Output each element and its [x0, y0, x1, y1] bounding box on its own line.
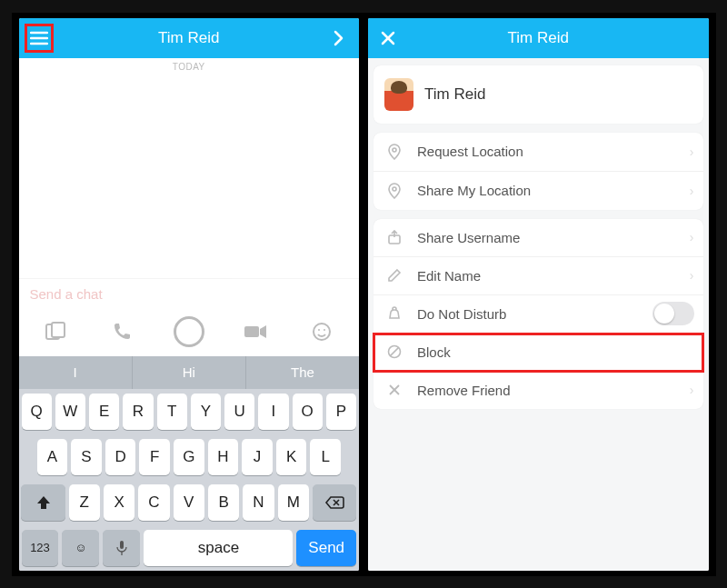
key-j[interactable]: J	[242, 439, 273, 475]
key-s[interactable]: S	[71, 439, 102, 475]
key-e[interactable]: E	[89, 394, 119, 430]
dnd-toggle[interactable]	[652, 302, 694, 325]
shutter-button[interactable]	[171, 316, 207, 347]
key-space[interactable]: space	[144, 530, 293, 566]
chevron-right-icon[interactable]	[326, 25, 352, 51]
profile-body: Tim Reid Request Location › Share My Loc…	[368, 58, 709, 571]
key-mic[interactable]	[103, 530, 140, 566]
chat-empty-space	[19, 75, 360, 278]
chat-header: Tim Reid	[19, 18, 360, 58]
edit-name-label: Edit Name	[417, 268, 481, 284]
key-f[interactable]: F	[139, 439, 170, 475]
phone-icon[interactable]	[104, 316, 140, 347]
emoji-icon[interactable]	[304, 316, 340, 347]
key-i[interactable]: I	[258, 394, 288, 430]
kb-row-2: A S D F G H J K L	[19, 434, 360, 480]
video-icon[interactable]	[237, 316, 274, 347]
key-u[interactable]: U	[224, 394, 254, 430]
svg-point-8	[318, 329, 320, 331]
suggestion-1[interactable]: Hi	[133, 356, 246, 389]
svg-point-9	[324, 329, 325, 331]
kb-row-4: 123 ☺ space Send	[19, 525, 360, 571]
request-location-label: Request Location	[417, 144, 523, 159]
keyboard-suggestions: I Hi The	[19, 356, 360, 389]
remove-friend-label: Remove Friend	[417, 383, 511, 398]
key-c[interactable]: C	[138, 484, 169, 521]
tutorial-frame: Tim Reid TODAY Send a chat I Hi The	[12, 13, 716, 576]
chevron-icon: ›	[690, 184, 694, 198]
key-t[interactable]: T	[157, 394, 187, 430]
profile-name: Tim Reid	[424, 85, 485, 104]
key-w[interactable]: W	[55, 394, 85, 430]
block-icon	[384, 344, 404, 359]
svg-point-7	[314, 324, 330, 340]
key-r[interactable]: R	[123, 394, 153, 430]
svg-rect-4	[52, 323, 65, 337]
key-x[interactable]: X	[104, 484, 134, 521]
profile-row[interactable]: Tim Reid	[373, 65, 703, 124]
share-my-location-row[interactable]: Share My Location ›	[373, 172, 703, 210]
key-d[interactable]: D	[105, 439, 136, 475]
share-username-row[interactable]: Share Username ›	[373, 219, 703, 257]
svg-line-20	[390, 347, 398, 355]
key-k[interactable]: K	[276, 439, 307, 475]
svg-point-16	[393, 148, 396, 152]
do-not-disturb-label: Do Not Disturb	[417, 306, 506, 322]
suggestion-0[interactable]: I	[19, 356, 133, 389]
svg-rect-5	[244, 326, 259, 337]
chat-screen: Tim Reid TODAY Send a chat I Hi The	[19, 18, 360, 571]
chevron-icon: ›	[690, 145, 694, 159]
svg-rect-12	[120, 541, 124, 549]
key-backspace[interactable]	[313, 484, 356, 521]
key-n[interactable]: N	[243, 484, 274, 521]
profile-title: Tim Reid	[401, 29, 676, 47]
chat-date-label: TODAY	[19, 58, 360, 75]
suggestion-2[interactable]: The	[246, 356, 359, 389]
chat-action-bar	[19, 309, 360, 356]
key-123[interactable]: 123	[22, 530, 59, 566]
block-row[interactable]: Block	[373, 334, 703, 372]
key-q[interactable]: Q	[22, 394, 52, 430]
edit-name-row[interactable]: Edit Name ›	[373, 257, 703, 295]
do-not-disturb-row[interactable]: Do Not Disturb	[373, 295, 703, 334]
close-icon[interactable]	[375, 25, 401, 51]
gallery-icon[interactable]	[37, 316, 74, 347]
avatar-icon	[384, 78, 413, 111]
share-icon	[384, 230, 404, 244]
key-a[interactable]: A	[37, 439, 68, 475]
kb-row-1: Q W E R T Y U I O P	[19, 389, 360, 434]
key-emoji[interactable]: ☺	[62, 530, 99, 566]
settings-card: Share Username › Edit Name › Do Not Dist…	[373, 219, 703, 409]
remove-icon	[384, 384, 404, 396]
dnd-icon	[384, 306, 404, 321]
key-z[interactable]: Z	[69, 484, 100, 521]
svg-point-17	[393, 187, 396, 191]
key-o[interactable]: O	[293, 394, 323, 430]
chevron-icon: ›	[690, 383, 694, 397]
key-y[interactable]: Y	[191, 394, 221, 430]
menu-icon[interactable]	[26, 25, 52, 51]
pencil-icon	[384, 268, 404, 283]
key-shift[interactable]	[21, 484, 65, 521]
keyboard: I Hi The Q W E R T Y U I O P A S D F	[19, 356, 360, 571]
profile-screen: Tim Reid Tim Reid Request Location › Sha…	[368, 18, 709, 571]
profile-card: Tim Reid	[373, 65, 703, 124]
key-v[interactable]: V	[174, 484, 204, 521]
key-send[interactable]: Send	[296, 530, 356, 566]
key-g[interactable]: G	[174, 439, 204, 475]
key-b[interactable]: B	[208, 484, 239, 521]
key-h[interactable]: H	[208, 439, 239, 475]
key-p[interactable]: P	[326, 394, 356, 430]
key-l[interactable]: L	[310, 439, 341, 475]
chat-area: TODAY Send a chat	[19, 58, 360, 356]
kb-row-3: Z X C V B N M	[19, 480, 360, 525]
location-pin-icon	[384, 183, 404, 199]
request-location-row[interactable]: Request Location ›	[373, 133, 703, 172]
chevron-icon: ›	[690, 268, 694, 283]
chat-input[interactable]: Send a chat	[19, 278, 360, 309]
location-pin-icon	[384, 144, 404, 160]
remove-friend-row[interactable]: Remove Friend ›	[373, 372, 703, 409]
location-card: Request Location › Share My Location ›	[373, 133, 703, 210]
key-m[interactable]: M	[278, 484, 309, 521]
share-username-label: Share Username	[417, 230, 520, 245]
